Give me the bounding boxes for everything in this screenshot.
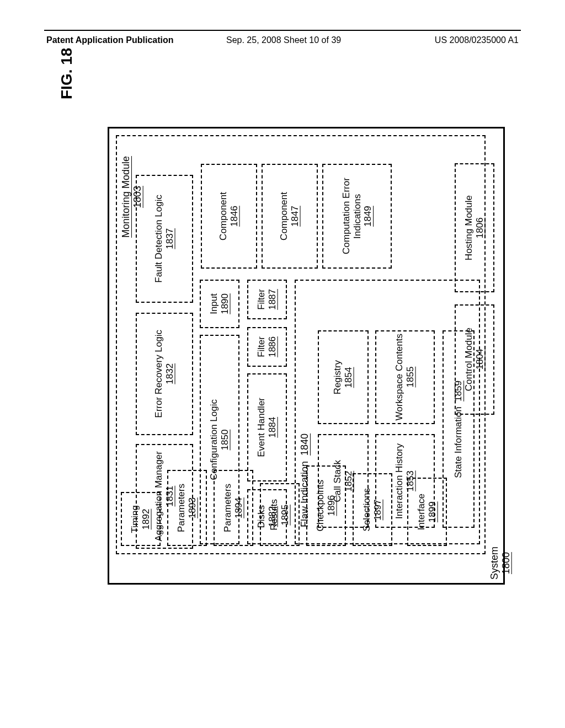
- results: Results1895: [260, 483, 300, 546]
- system-label: System1800: [489, 547, 511, 580]
- interface: Interface1899: [407, 478, 447, 546]
- page-header: Patent Application Publication Sep. 25, …: [0, 30, 565, 52]
- computation-error-indications: Computation Error Indications1849: [322, 164, 392, 269]
- error-recovery-logic: Error Recovery Logic1832: [136, 313, 193, 435]
- workspace-contents: Workspace Contents1855: [375, 330, 435, 424]
- registry: Registry1854: [318, 330, 369, 424]
- header-left: Patent Application Publication: [46, 35, 174, 45]
- filter-2: Filter1887: [247, 280, 287, 319]
- selections: Selections1897: [353, 473, 392, 546]
- hosting-module: Hosting Module1806: [455, 163, 494, 292]
- filter-1: Filter1886: [247, 327, 287, 367]
- component-2: Component1847: [262, 164, 318, 269]
- timing: Timing1892: [121, 492, 161, 546]
- input-box: Input1890: [200, 280, 239, 328]
- component-1: Component1846: [201, 164, 257, 269]
- page: Patent Application Publication Sep. 25, …: [0, 0, 565, 728]
- header-right: US 2008/0235000 A1: [435, 35, 519, 45]
- checkpoints: Checkpoints1896: [306, 465, 346, 546]
- event-handler: Event Handler1884: [247, 373, 287, 481]
- figure-label: FIG. 18: [58, 48, 76, 99]
- header-mid: Sep. 25, 2008 Sheet 10 of 39: [226, 35, 341, 45]
- control-module: Control Module1804: [455, 304, 494, 415]
- fault-detection-logic: Fault Detection Logic1837: [136, 175, 193, 303]
- header-rule: [44, 30, 521, 31]
- parameters-1: Parameters1893: [167, 470, 207, 546]
- parameters-2: Parameters1894: [214, 470, 253, 546]
